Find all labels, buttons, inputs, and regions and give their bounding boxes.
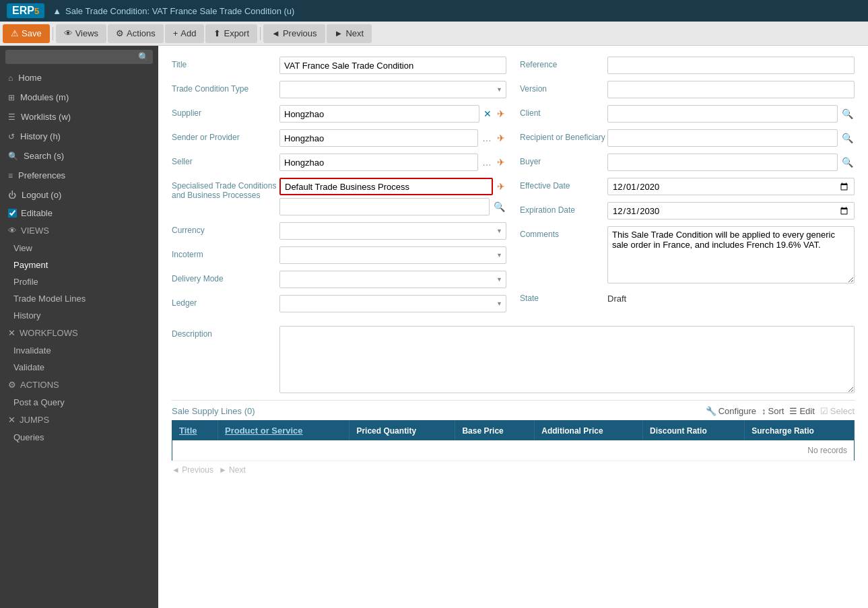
next-page-button[interactable]: ► Next <box>219 465 246 475</box>
add-button[interactable]: + Add <box>165 24 205 43</box>
supply-lines-header: Sale Supply Lines (0) 🔧 Configure ↕ Sort… <box>172 401 855 420</box>
effective-date-input[interactable] <box>607 178 855 195</box>
next-button[interactable]: ► Next <box>327 24 372 43</box>
sidebar-item-worklists[interactable]: ☰ Worklists (w) <box>0 107 158 127</box>
sender-provider-link-btn[interactable]: ✈ <box>496 133 506 143</box>
sidebar-view-trade-model-lines[interactable]: Trade Model Lines <box>0 290 158 307</box>
supplier-link-btn[interactable]: ✈ <box>496 108 506 119</box>
sidebar-item-search[interactable]: 🔍 Search (s) <box>0 146 158 166</box>
sidebar-view-history[interactable]: History <box>0 307 158 324</box>
preferences-icon: ≡ <box>8 171 13 180</box>
comments-textarea[interactable]: This Sale Trade Condition will be applie… <box>607 226 855 283</box>
export-button[interactable]: ⬆ Export <box>205 24 257 43</box>
sort-button[interactable]: ↕ Sort <box>762 406 784 416</box>
description-textarea[interactable] <box>279 326 855 393</box>
seller-edit-btn[interactable]: … <box>481 157 493 168</box>
expiration-date-label: Expiration Date <box>520 202 607 215</box>
specialised-trade-link-btn[interactable]: ✈ <box>496 181 506 192</box>
sidebar-queries[interactable]: Queries <box>0 429 158 446</box>
prev-page-button[interactable]: ◄ Previous <box>172 465 213 475</box>
actions-section-header[interactable]: ⚙ ACTIONS <box>0 376 158 394</box>
views-button[interactable]: 👁 Views <box>56 24 106 43</box>
home-icon: ⌂ <box>8 73 13 83</box>
specialised-trade-input[interactable] <box>279 178 493 195</box>
currency-field <box>279 222 506 240</box>
state-value: Draft <box>607 290 626 304</box>
sender-provider-label: Sender or Provider <box>172 129 279 142</box>
actions-button[interactable]: ⚙ Actions <box>108 24 164 43</box>
sidebar-item-logout[interactable]: ⏻ Logout (o) <box>0 185 158 205</box>
specialised-trade-search-btn[interactable]: 🔍 <box>492 201 506 212</box>
sidebar-view-profile[interactable]: Profile <box>0 273 158 290</box>
ledger-row: Ledger <box>172 295 506 312</box>
sidebar-view-payment[interactable]: Payment <box>0 257 158 273</box>
col-title-link[interactable]: Title <box>179 426 197 436</box>
recipient-input[interactable] <box>607 129 838 147</box>
seller-link-btn[interactable]: ✈ <box>496 157 506 168</box>
supplier-field: ✕ ✈ <box>279 105 506 123</box>
jumps-section-header[interactable]: ✕ JUMPS <box>0 411 158 429</box>
incoterm-select[interactable] <box>279 246 506 264</box>
configure-button[interactable]: 🔧 Configure <box>706 406 756 416</box>
sender-provider-edit-btn[interactable]: … <box>481 133 493 143</box>
buyer-label: Buyer <box>520 154 607 166</box>
trade-condition-type-select[interactable] <box>279 81 506 98</box>
buyer-row: Buyer 🔍 <box>520 154 855 171</box>
specialised-trade-search-input[interactable] <box>279 198 490 215</box>
search-input[interactable] <box>9 53 138 62</box>
sidebar-item-home[interactable]: ⌂ Home <box>0 68 158 88</box>
title-row: Title <box>172 57 506 74</box>
sender-provider-field: … ✈ <box>279 129 506 147</box>
search-box[interactable]: 🔍 <box>5 50 153 64</box>
views-section-header[interactable]: 👁 VIEWS <box>0 222 158 240</box>
sidebar-invalidate[interactable]: Invalidate <box>0 342 158 359</box>
col-product-service-link[interactable]: Product or Service <box>225 426 303 436</box>
sidebar-validate[interactable]: Validate <box>0 359 158 376</box>
ledger-select[interactable] <box>279 295 506 312</box>
recipient-search-btn[interactable]: 🔍 <box>840 133 855 143</box>
supplier-clear-btn[interactable]: ✕ <box>482 108 493 119</box>
ledger-label: Ledger <box>172 295 279 308</box>
expiration-date-input[interactable] <box>607 202 855 219</box>
sidebar-post-query[interactable]: Post a Query <box>0 394 158 411</box>
currency-select[interactable] <box>279 222 506 240</box>
editable-row: Editable <box>0 205 158 222</box>
col-additional-price: Additional Price <box>535 421 643 441</box>
toolbar: ⚠ Save 👁 Views ⚙ Actions + Add ⬆ Export … <box>0 22 868 46</box>
client-search-btn[interactable]: 🔍 <box>840 108 855 119</box>
no-records-cell: No records <box>172 440 855 461</box>
seller-input[interactable] <box>279 154 478 171</box>
logout-icon: ⏻ <box>8 191 16 200</box>
supplier-input[interactable] <box>279 105 479 123</box>
actions-icon: ⚙ <box>116 28 124 38</box>
sidebar-view-view[interactable]: View <box>0 240 158 257</box>
currency-row: Currency <box>172 222 506 240</box>
workflows-section-header[interactable]: ✕ WORKFLOWS <box>0 324 158 342</box>
logo[interactable]: ERP5 <box>7 3 44 18</box>
buyer-input[interactable] <box>607 154 838 171</box>
trade-condition-type-row: Trade Condition Type <box>172 81 506 98</box>
client-input[interactable] <box>607 105 838 123</box>
sender-provider-input[interactable] <box>279 129 478 147</box>
supply-lines-actions: 🔧 Configure ↕ Sort ☰ Edit ☑ <box>706 406 855 416</box>
save-button[interactable]: ⚠ Save <box>3 24 50 43</box>
reference-field <box>607 57 855 74</box>
editable-checkbox[interactable] <box>8 209 17 217</box>
state-field: Draft <box>607 290 855 304</box>
sidebar-item-history[interactable]: ↺ History (h) <box>0 127 158 146</box>
buyer-search-btn[interactable]: 🔍 <box>840 157 855 168</box>
client-row: Client 🔍 <box>520 105 855 123</box>
topbar: ERP5 ▲ Sale Trade Condition: VAT France … <box>0 0 868 22</box>
delivery-mode-select[interactable] <box>279 271 506 288</box>
title-input[interactable] <box>279 57 506 74</box>
reference-input[interactable] <box>607 57 855 74</box>
sidebar-item-preferences[interactable]: ≡ Preferences <box>0 166 158 185</box>
previous-button[interactable]: ◄ Previous <box>263 24 325 43</box>
delivery-mode-label: Delivery Mode <box>172 271 279 283</box>
recipient-label: Recipient or Beneficiary <box>520 129 607 142</box>
select-button[interactable]: ☑ Select <box>820 406 855 416</box>
effective-date-label: Effective Date <box>520 178 607 191</box>
sidebar-item-modules[interactable]: ⊞ Modules (m) <box>0 88 158 107</box>
edit-button[interactable]: ☰ Edit <box>789 406 814 416</box>
version-input[interactable] <box>607 81 855 98</box>
